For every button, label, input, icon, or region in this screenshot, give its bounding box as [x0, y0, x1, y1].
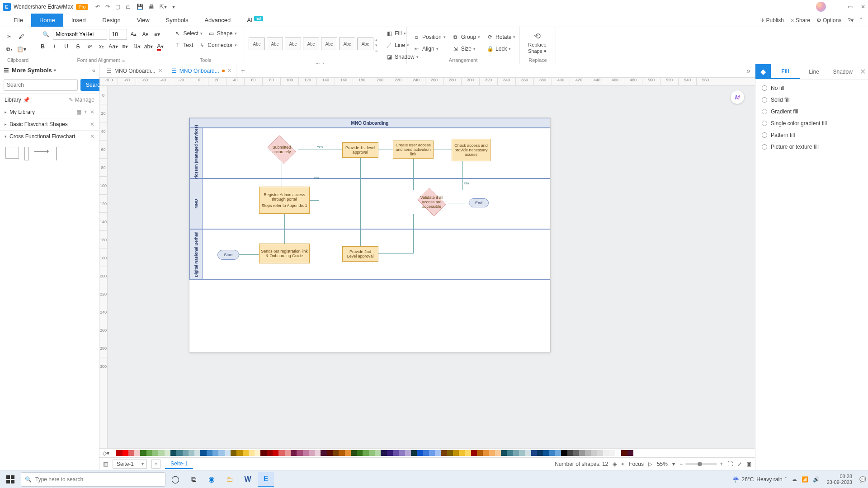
lane-1-label[interactable]: Ericsson (Managed Services) [190, 128, 203, 178]
ai-assistant-icon[interactable]: M [731, 90, 744, 104]
task-view-icon[interactable]: ⧉ [185, 472, 202, 487]
strike-button[interactable]: S [73, 42, 83, 52]
bracket-shape[interactable] [56, 147, 62, 160]
color-swatch[interactable] [225, 450, 231, 456]
color-swatch[interactable] [591, 450, 597, 456]
color-swatch[interactable] [200, 450, 206, 456]
style-swatch[interactable]: Abc [267, 38, 283, 50]
color-swatch[interactable] [273, 450, 278, 456]
color-swatch[interactable] [471, 450, 477, 456]
font-color-icon[interactable]: A▾ [156, 42, 165, 52]
provide1-process[interactable]: Provide 1st level approval [342, 142, 378, 158]
cross-functional-category[interactable]: ▾Cross Functional Flowchart✕ [0, 130, 99, 142]
fill-option-gradient[interactable]: Gradient fill [762, 108, 862, 115]
select-tool[interactable]: ↖Select▾ [172, 29, 204, 38]
provide2-process[interactable]: Provide 2nd Level approval [342, 246, 378, 262]
check-process[interactable]: Check access and provide necessary acces… [452, 139, 491, 161]
color-swatch[interactable] [537, 450, 543, 456]
style-gallery[interactable]: Abc Abc Abc Abc Abc Abc Abc ▴▾≡ [249, 38, 377, 53]
color-swatch[interactable] [621, 450, 627, 456]
submitted-decision[interactable]: Submitted accurately [265, 138, 298, 161]
color-swatch[interactable] [525, 450, 531, 456]
help-icon[interactable]: ?▾ [848, 17, 854, 23]
connector[interactable] [378, 253, 413, 254]
connector[interactable] [462, 161, 463, 190]
fp-tab-line[interactable]: Line [800, 64, 829, 79]
spacing-icon[interactable]: ⇅▾ [132, 42, 142, 52]
tab-view[interactable]: View [129, 14, 158, 27]
export-icon[interactable]: ⇱▾ [160, 4, 167, 10]
presentation-icon[interactable]: ▷ [648, 461, 652, 467]
redo-icon[interactable]: ↷ [105, 4, 110, 10]
register-process[interactable]: Register Admin access through portal Ste… [259, 187, 310, 214]
color-swatch[interactable] [465, 450, 471, 456]
color-swatch[interactable] [267, 450, 273, 456]
color-swatch[interactable] [183, 450, 189, 456]
fill-option-picture[interactable]: Picture or texture fill [762, 144, 862, 150]
add-page-button[interactable]: + [151, 460, 160, 469]
fill-option-pattern[interactable]: Pattern fill [762, 132, 862, 138]
options-button[interactable]: ⚙ Options [816, 17, 841, 23]
open-icon[interactable]: 🗀 [126, 4, 131, 10]
tab-close-icon[interactable]: ✕ [158, 68, 162, 74]
color-swatch[interactable] [609, 450, 615, 456]
word-icon[interactable]: W [240, 472, 256, 487]
page-tab[interactable]: Seite-1 [165, 459, 193, 469]
mylibrary-category[interactable]: ▸My Library ▦+✕ [0, 106, 99, 118]
format-painter-icon[interactable]: 🖌 [16, 32, 26, 42]
color-swatch[interactable] [146, 450, 152, 456]
color-swatch[interactable] [212, 450, 218, 456]
paste-icon[interactable]: 📋▾ [16, 44, 26, 54]
tab-file[interactable]: File [5, 14, 31, 27]
shrink-font-icon[interactable]: A▾ [141, 29, 151, 39]
style-up-icon[interactable]: ▴ [375, 38, 377, 42]
subscript-icon[interactable]: x₂ [97, 42, 107, 52]
start-terminator[interactable]: Start [217, 250, 239, 260]
lib-add-icon[interactable]: + [84, 109, 87, 115]
color-swatch[interactable] [399, 450, 405, 456]
format-tool-icon[interactable]: ◆ [755, 64, 771, 79]
superscript-icon[interactable]: x² [85, 42, 95, 52]
color-swatch[interactable] [435, 450, 441, 456]
panel-toggle-icon[interactable]: ▣ [746, 461, 751, 467]
wifi-icon[interactable]: 📶 [802, 476, 808, 483]
weather-widget[interactable]: ☔ 26°C Heavy rain [732, 476, 783, 483]
publish-button[interactable]: ✈ Publish [760, 17, 784, 23]
undo-icon[interactable]: ↶ [95, 4, 100, 10]
color-swatch[interactable] [309, 450, 315, 456]
symbol-search-input[interactable] [4, 79, 78, 91]
vertical-lane-shape[interactable] [24, 147, 29, 160]
tab-ai[interactable]: AIhot [239, 14, 271, 27]
cat-close-icon[interactable]: ✕ [90, 121, 94, 127]
style-swatch[interactable]: Abc [285, 38, 301, 50]
italic-button[interactable]: I [50, 42, 60, 52]
connector[interactable] [413, 159, 414, 190]
connector[interactable] [360, 158, 361, 246]
zoom-value[interactable]: 55% [657, 461, 668, 467]
font-family-input[interactable] [53, 29, 107, 40]
color-swatch[interactable] [573, 450, 579, 456]
color-swatch[interactable] [417, 450, 423, 456]
lane-3-label[interactable]: Digital Nasional Berhad [190, 230, 203, 279]
taskbar-search[interactable]: 🔍 Type here to search [21, 472, 165, 487]
minimize-icon[interactable]: — [834, 4, 840, 10]
color-swatch[interactable] [363, 450, 368, 456]
fit-page-icon[interactable]: ⛶ [727, 461, 733, 467]
explorer-icon[interactable]: 🗀 [222, 472, 238, 487]
focus-label[interactable]: Focus [629, 461, 644, 467]
color-swatch[interactable] [128, 450, 134, 456]
style-more-icon[interactable]: ≡ [375, 48, 377, 53]
cut-icon[interactable]: ✂ [5, 32, 14, 42]
color-swatch[interactable] [447, 450, 453, 456]
style-swatch[interactable]: Abc [249, 38, 265, 50]
color-swatch[interactable] [134, 450, 140, 456]
save-icon[interactable]: 💾 [137, 4, 143, 10]
lane-2-label[interactable]: MNO [190, 179, 203, 229]
connector[interactable] [298, 150, 342, 150]
collapse-panel-icon[interactable]: « [92, 67, 95, 74]
fp-tab-fill[interactable]: Fill [771, 64, 800, 79]
doc-tab-1[interactable]: ☰MNO Onboardi...✕ [102, 64, 167, 77]
fp-tab-shadow[interactable]: Shadow [828, 64, 857, 79]
color-swatch[interactable] [375, 450, 381, 456]
color-swatch[interactable] [297, 450, 302, 456]
